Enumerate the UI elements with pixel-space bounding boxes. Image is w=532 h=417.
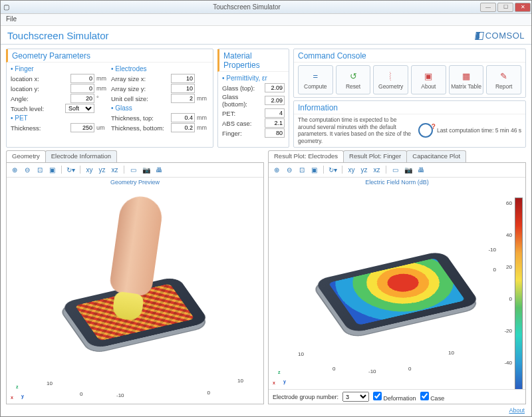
table-icon: ▦ — [460, 70, 472, 82]
matrix-table-button[interactable]: ▦Matrix Table — [449, 65, 484, 94]
view-yz-icon[interactable]: yz — [359, 165, 369, 175]
tab-result-electrodes[interactable]: Result Plot: Electrodes — [268, 150, 344, 162]
subhead-glass: Glass — [111, 104, 209, 112]
report-button[interactable]: ✎Report — [486, 65, 521, 94]
perm-glass-bottom-input[interactable] — [265, 96, 285, 105]
result-plot-canvas[interactable]: 60 40 20 0 -20 -40 10 0 -10 0 10 0 -10 z… — [269, 187, 525, 390]
panel-title-geometry: Geometry Parameters — [6, 49, 213, 63]
snapshot-icon[interactable]: 📷 — [141, 165, 151, 175]
material-properties-panel: Material Properties Permittivity, εr Gla… — [217, 49, 289, 148]
last-computation-time: Last computation time: 5 min 46 s — [437, 127, 521, 134]
geometry-preview-canvas[interactable]: 10 0 -10 0 10 zxy — [7, 187, 263, 404]
print-icon[interactable]: 🖶 — [416, 165, 426, 175]
tab-capacitance[interactable]: Capacitance Plot — [406, 150, 466, 162]
panel-title-info: Information — [294, 101, 525, 114]
location-y-input[interactable] — [70, 84, 94, 93]
view-yz-icon[interactable]: yz — [97, 165, 107, 175]
cell-size-input[interactable] — [171, 94, 195, 103]
deformation-checkbox[interactable]: Deformation — [373, 392, 416, 402]
geometry-button[interactable]: ⦚Geometry — [373, 65, 408, 94]
electrode-group-label: Electrode group number: — [273, 394, 338, 400]
left-plot-toolbar: ⊕ ⊖ ⊡ ▣ ↻▾ xy yz xz ▭ 📷 🖶 — [7, 163, 263, 178]
array-x-input[interactable] — [171, 74, 195, 83]
touch-level-select[interactable]: Soft — [65, 104, 94, 113]
report-icon: ✎ — [498, 70, 510, 82]
maximize-button[interactable]: ☐ — [497, 3, 513, 12]
angle-input[interactable] — [70, 94, 94, 103]
perm-abs-input[interactable] — [265, 118, 285, 128]
zoom-in-icon[interactable]: ⊕ — [271, 165, 281, 175]
location-x-input[interactable] — [70, 74, 94, 83]
zoom-extents-icon[interactable]: ▣ — [47, 165, 57, 175]
array-y-input[interactable] — [171, 84, 195, 93]
zoom-box-icon[interactable]: ⊡ — [35, 165, 45, 175]
command-console-panel: Command Console =Compute ↺Reset ⦚Geometr… — [293, 49, 526, 98]
select-icon[interactable]: ▭ — [128, 165, 138, 175]
subhead-permittivity: Permittivity, εr — [222, 74, 285, 82]
perm-pet-input[interactable] — [265, 108, 285, 118]
view-xy-icon[interactable]: xy — [84, 165, 94, 175]
compute-icon: = — [309, 70, 321, 82]
footer-about-link[interactable]: About — [509, 407, 525, 414]
panel-title-command: Command Console — [294, 49, 525, 63]
snapshot-icon[interactable]: 📷 — [403, 165, 413, 175]
info-text: The computation time is expected to be a… — [298, 116, 414, 145]
geometry-parameters-panel: Geometry Parameters Finger location x:mm… — [6, 49, 213, 148]
zoom-box-icon[interactable]: ⊡ — [297, 165, 307, 175]
view-xy-icon[interactable]: xy — [346, 165, 356, 175]
app-window: ▢ Touchscreen Simulator — ☐ ✕ File Touch… — [0, 0, 532, 417]
rotate-icon[interactable]: ↻▾ — [66, 165, 76, 175]
select-icon[interactable]: ▭ — [390, 165, 400, 175]
compute-button[interactable]: =Compute — [298, 65, 333, 94]
reset-button[interactable]: ↺Reset — [336, 65, 371, 94]
close-button[interactable]: ✕ — [515, 3, 531, 12]
axis-indicator: zxy — [11, 382, 28, 400]
right-plot-pane: Result Plot: Electrodes Result Plot: Fin… — [268, 150, 526, 405]
minimize-button[interactable]: — — [480, 3, 496, 12]
result-plot-controls: Electrode group number: 3 Deformation Ca… — [269, 389, 525, 404]
pet-thickness-input[interactable] — [70, 123, 94, 132]
tab-electrode-info[interactable]: Electrode Information — [45, 150, 117, 162]
view-xz-icon[interactable]: xz — [110, 165, 120, 175]
window-titlebar: ▢ Touchscreen Simulator — ☐ ✕ — [1, 1, 531, 14]
zoom-in-icon[interactable]: ⊕ — [9, 165, 19, 175]
panel-title-material: Material Properties — [217, 49, 289, 72]
zoom-out-icon[interactable]: ⊖ — [284, 165, 294, 175]
zoom-extents-icon[interactable]: ▣ — [309, 165, 319, 175]
about-button[interactable]: ▣About — [411, 65, 446, 94]
axis-indicator: zxy — [273, 368, 290, 385]
menu-file[interactable]: File — [6, 15, 17, 23]
tab-geometry[interactable]: Geometry — [6, 150, 46, 162]
perm-finger-input[interactable] — [265, 128, 285, 138]
subhead-pet: PET — [11, 114, 108, 122]
app-title: Touchscreen Simulator — [7, 30, 109, 41]
view-xz-icon[interactable]: xz — [372, 165, 382, 175]
colorbar — [515, 198, 523, 390]
right-plot-toolbar: ⊕ ⊖ ⊡ ▣ ↻▾ xy yz xz ▭ 📷 🖶 — [269, 163, 525, 178]
about-icon: ▣ — [422, 70, 434, 82]
perm-glass-top-input[interactable] — [265, 83, 285, 92]
electrode-group-select[interactable]: 3 — [342, 392, 369, 402]
window-title: Touchscreen Simulator — [14, 3, 479, 11]
print-icon[interactable]: 🖶 — [154, 165, 164, 175]
left-plot-pane: Geometry Electrode Information ⊕ ⊖ ⊡ ▣ ↻… — [6, 150, 264, 405]
zoom-out-icon[interactable]: ⊖ — [22, 165, 32, 175]
right-plot-title: Electric Field Norm (dB) — [269, 178, 525, 187]
glass-bottom-input[interactable] — [171, 123, 195, 132]
subhead-finger: Finger — [11, 65, 108, 72]
clock-icon — [418, 123, 433, 138]
left-plot-title: Geometry Preview — [7, 178, 263, 187]
brand-logo: COMSOL — [475, 31, 525, 41]
reset-icon: ↺ — [347, 70, 359, 82]
glass-top-input[interactable] — [171, 113, 195, 122]
information-panel: Information The computation time is expe… — [293, 100, 526, 148]
menu-bar: File — [1, 14, 531, 26]
geometry-icon: ⦚ — [385, 70, 397, 82]
tab-result-finger[interactable]: Result Plot: Finger — [343, 150, 407, 162]
subhead-electrodes: Electrodes — [111, 65, 209, 72]
case-checkbox[interactable]: Case — [420, 392, 445, 402]
rotate-icon[interactable]: ↻▾ — [328, 165, 338, 175]
